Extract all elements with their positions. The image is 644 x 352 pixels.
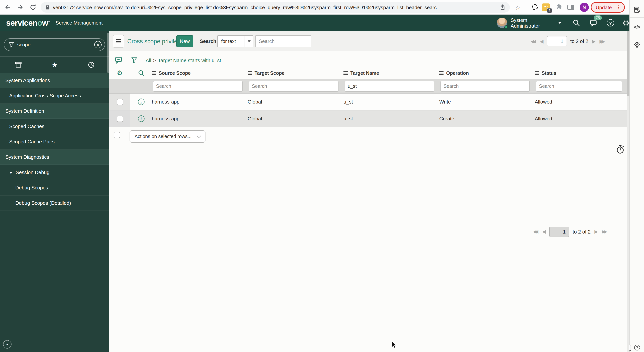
- list-search-input[interactable]: [255, 35, 311, 47]
- sidebar-item-system-diagnostics[interactable]: System Diagnostics: [0, 150, 109, 165]
- breadcrumb-all-link[interactable]: All: [146, 57, 151, 63]
- help-mini-icon[interactable]: ?: [634, 345, 640, 350]
- pagination-top: ◀◀ ◀ to 2 of 2 ▶ ▶▶: [528, 31, 607, 52]
- record-info-icon[interactable]: i: [138, 98, 144, 105]
- column-menu-icon[interactable]: [535, 71, 539, 75]
- sidebar-item-debug-scopes[interactable]: Debug Scopes: [0, 180, 109, 196]
- record-info-icon[interactable]: i: [138, 116, 144, 122]
- list-settings-gear-icon[interactable]: ⚙: [109, 70, 130, 76]
- column-header-target-name[interactable]: Target Name: [344, 70, 439, 76]
- sidebar-item-debug-scopes-detailed[interactable]: Debug Scopes (Detailed): [0, 196, 109, 211]
- column-header-target-scope[interactable]: Target Scope: [248, 70, 344, 76]
- breadcrumb-row: All>Target Name starts with u_st: [109, 52, 630, 69]
- select-caret-icon[interactable]: [244, 36, 253, 47]
- side-panel-icon[interactable]: [567, 4, 574, 10]
- column-menu-icon[interactable]: [248, 71, 252, 75]
- first-page-icon[interactable]: ◀◀: [530, 38, 536, 44]
- column-header-operation[interactable]: Operation: [439, 70, 535, 76]
- browser-forward-icon[interactable]: [17, 4, 24, 11]
- help-icon[interactable]: ?: [607, 19, 614, 26]
- navigator-filter-input[interactable]: [17, 42, 91, 48]
- sidebar-item-session-debug[interactable]: ▼Session Debug: [0, 165, 109, 180]
- target-name-link[interactable]: u_st: [344, 99, 353, 105]
- search-mode-select[interactable]: for text: [217, 35, 254, 47]
- column-menu-icon[interactable]: [152, 71, 156, 75]
- browser-menu-dots-icon[interactable]: ⋮: [616, 4, 621, 10]
- tab-all-applications[interactable]: [0, 62, 36, 68]
- row-checkbox[interactable]: [117, 99, 123, 105]
- column-search-toggle-icon[interactable]: [130, 70, 152, 76]
- select-all-checkbox[interactable]: [114, 132, 120, 138]
- next-page-icon[interactable]: ▶: [592, 38, 596, 44]
- tab-history[interactable]: [73, 61, 109, 68]
- source-scope-link[interactable]: harness-app: [152, 116, 180, 122]
- servicenow-logo[interactable]: servicenow™: [6, 18, 50, 28]
- chat-icon[interactable]: 75: [590, 19, 598, 26]
- last-page-icon[interactable]: ▶▶: [600, 38, 605, 44]
- target-scope-link[interactable]: Global: [248, 116, 262, 122]
- target-scope-link[interactable]: Global: [248, 99, 262, 105]
- row-checkbox[interactable]: [117, 116, 123, 122]
- reading-list-icon[interactable]: [634, 6, 640, 14]
- global-search-icon[interactable]: [573, 19, 580, 26]
- list-chat-icon[interactable]: [115, 56, 123, 64]
- actions-select[interactable]: Actions on selected rows...: [130, 130, 206, 143]
- filter-source-scope-input[interactable]: [153, 81, 243, 92]
- browser-profile-avatar[interactable]: N: [580, 3, 589, 12]
- breadcrumb-filter-link[interactable]: Target Name starts with u_st: [158, 57, 221, 63]
- browser-reload-icon[interactable]: [30, 4, 36, 11]
- filter-status-input[interactable]: [536, 81, 622, 92]
- user-menu-caret-icon[interactable]: [558, 22, 561, 24]
- filter-operation-input[interactable]: [440, 81, 530, 92]
- address-bar[interactable]: ven03172.service-now.com/nav_to.do?uri=%…: [41, 2, 510, 13]
- source-scope-link[interactable]: harness-app: [152, 99, 180, 105]
- sidebar-item-system-applications[interactable]: System Applications: [0, 73, 109, 88]
- lightbulb-icon[interactable]: [633, 41, 641, 50]
- search-label: Search: [200, 31, 216, 52]
- filter-target-name-input[interactable]: [344, 81, 434, 92]
- settings-gear-icon[interactable]: ⚙: [622, 19, 630, 27]
- sidebar-item-scoped-caches[interactable]: Scoped Caches: [0, 119, 109, 134]
- new-record-button[interactable]: New: [176, 35, 193, 47]
- hamburger-icon: [116, 39, 121, 43]
- page-number-input[interactable]: [547, 36, 567, 46]
- code-icon[interactable]: </>: [634, 24, 640, 30]
- notes-extension-icon[interactable]: ••• 3: [542, 4, 550, 11]
- sidebar-scrollbar[interactable]: [107, 32, 109, 73]
- column-menu-icon[interactable]: [439, 71, 444, 75]
- bookmark-star-icon[interactable]: ☆: [515, 4, 520, 11]
- first-page-icon[interactable]: ◀◀: [533, 229, 538, 234]
- navigator-filter-box[interactable]: ✕: [4, 38, 105, 51]
- pagination-bottom: ◀◀ ◀ to 2 of 2 ▶ ▶▶: [531, 224, 609, 239]
- target-name-link[interactable]: u_st: [344, 116, 353, 122]
- list-context-menu-button[interactable]: [113, 35, 124, 48]
- page-number-input[interactable]: [549, 226, 569, 237]
- filter-target-scope-input[interactable]: [249, 81, 338, 92]
- sidebar-item-scoped-cache-pairs[interactable]: Scoped Cache Pairs: [0, 134, 109, 150]
- browser-back-icon[interactable]: [4, 4, 11, 11]
- last-page-icon[interactable]: ▶▶: [602, 229, 608, 234]
- tab-favorites[interactable]: ★: [36, 62, 73, 68]
- extensions-puzzle-icon[interactable]: [556, 4, 563, 11]
- prev-page-icon[interactable]: ◀: [540, 38, 544, 44]
- collapse-sidebar-button[interactable]: ◄: [3, 340, 12, 348]
- response-time-icon[interactable]: [616, 144, 625, 154]
- browser-update-button[interactable]: Update ⋮: [591, 2, 625, 13]
- breadcrumb-funnel-icon[interactable]: [131, 57, 137, 64]
- user-avatar[interactable]: [497, 18, 507, 28]
- column-header-status[interactable]: Status: [535, 70, 627, 76]
- url-text[interactable]: ven03172.service-now.com/nav_to.do?uri=%…: [53, 4, 497, 10]
- clear-filter-icon[interactable]: ✕: [94, 41, 102, 48]
- sidebar-item-application-cross-scope-access[interactable]: Application Cross-Scope Access: [0, 88, 109, 104]
- column-header-source-scope[interactable]: Source Scope: [152, 70, 248, 76]
- user-menu[interactable]: System Administrator: [510, 17, 555, 28]
- share-icon[interactable]: [500, 4, 505, 10]
- lock-icon: [45, 4, 50, 10]
- filter-funnel-icon: [8, 42, 14, 48]
- next-page-icon[interactable]: ▶: [594, 229, 598, 234]
- prev-page-icon[interactable]: ◀: [542, 229, 546, 234]
- content-scrollbar[interactable]: [627, 31, 630, 352]
- sidebar-item-system-definition[interactable]: System Definition: [0, 104, 109, 119]
- column-menu-icon[interactable]: [344, 71, 348, 75]
- loading-extension-icon[interactable]: [532, 4, 538, 10]
